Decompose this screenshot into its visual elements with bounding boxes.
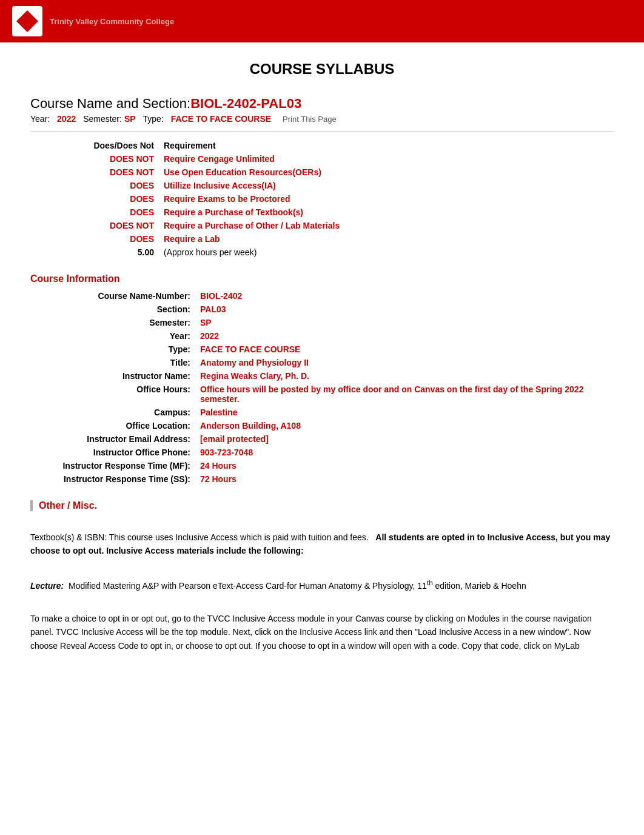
info-value-7: Office hours will be posted by my office… <box>200 384 614 404</box>
info-label-0: Course Name-Number: <box>30 291 200 301</box>
info-value-9: Anderson Building, A108 <box>200 421 614 431</box>
type-value: FACE TO FACE COURSE <box>171 114 271 124</box>
req-label-1: DOES NOT <box>30 167 164 177</box>
info-label-13: Instructor Response Time (SS): <box>30 474 200 484</box>
info-row-13: Instructor Response Time (SS): 72 Hours <box>30 472 614 486</box>
info-row-12: Instructor Response Time (MF): 24 Hours <box>30 459 614 472</box>
req-value-3: Require Exams to be Proctored <box>164 194 614 204</box>
req-row-1: DOES NOT Use Open Education Resources(OE… <box>30 166 614 179</box>
course-name-prefix: Course Name and Section: <box>30 96 190 111</box>
info-label-8: Campus: <box>30 407 200 417</box>
info-row-9: Office Location: Anderson Building, A108 <box>30 419 614 432</box>
req-label-5: DOES NOT <box>30 221 164 230</box>
info-value-2: SP <box>200 318 614 327</box>
print-link[interactable]: Print This Page <box>283 115 337 124</box>
info-label-11: Instructor Office Phone: <box>30 448 200 457</box>
info-label-2: Semester: <box>30 318 200 327</box>
type-label: Type: <box>143 114 164 124</box>
info-value-12: 24 Hours <box>200 461 614 471</box>
info-row-2: Semester: SP <box>30 316 614 329</box>
info-row-1: Section: PAL03 <box>30 303 614 316</box>
info-row-3: Year: 2022 <box>30 329 614 343</box>
info-label-1: Section: <box>30 304 200 314</box>
req-header-value: Requirement <box>164 141 614 150</box>
info-row-5: Title: Anatomy and Physiology II <box>30 356 614 369</box>
info-label-12: Instructor Response Time (MF): <box>30 461 200 471</box>
info-table: Course Name-Number: BIOL-2402 Section: P… <box>30 289 614 486</box>
course-header: Course Name and Section:BIOL-2402-PAL03 … <box>30 96 614 124</box>
info-row-7: Office Hours: Office hours will be poste… <box>30 383 614 406</box>
req-row-4: DOES Require a Purchase of Textbook(s) <box>30 206 614 219</box>
spacer-2 <box>30 568 614 577</box>
course-info-header: Course Information <box>30 273 614 284</box>
lecture-paragraph: Lecture: Modified Mastering A&P with Pea… <box>30 577 614 592</box>
info-value-13: 72 Hours <box>200 474 614 484</box>
info-row-4: Type: FACE TO FACE COURSE <box>30 343 614 356</box>
spacer-3 <box>30 602 614 612</box>
header-bar: Trinity Valley Community College <box>0 0 644 42</box>
req-row-6: DOES Require a Lab <box>30 232 614 246</box>
college-name: Trinity Valley Community College <box>50 17 174 26</box>
req-label-4: DOES <box>30 207 164 217</box>
course-code: BIOL-2402-PAL03 <box>190 96 301 111</box>
info-value-4: FACE TO FACE COURSE <box>200 344 614 354</box>
other-misc-header: Other / Misc. <box>39 500 614 511</box>
req-value-6: Require a Lab <box>164 234 614 244</box>
req-value-0: Require Cengage Unlimited <box>164 154 614 164</box>
info-label-10: Instructor Email Address: <box>30 434 200 444</box>
req-value-4: Require a Purchase of Textbook(s) <box>164 207 614 217</box>
course-name-line: Course Name and Section:BIOL-2402-PAL03 <box>30 96 614 112</box>
info-label-4: Type: <box>30 344 200 354</box>
info-value-5: Anatomy and Physiology II <box>200 358 614 367</box>
req-value-7: (Approx hours per week) <box>164 247 614 257</box>
main-content: COURSE SYLLABUS Course Name and Section:… <box>0 42 644 680</box>
req-row-7: 5.00 (Approx hours per week) <box>30 246 614 259</box>
college-logo <box>12 6 42 36</box>
info-value-6: Regina Weaks Clary, Ph. D. <box>200 371 614 381</box>
semester-value: SP <box>124 114 136 124</box>
year-value: 2022 <box>57 114 76 124</box>
info-label-3: Year: <box>30 331 200 341</box>
instructions-paragraph: To make a choice to opt in or opt out, g… <box>30 612 614 652</box>
info-label-5: Title: <box>30 358 200 367</box>
logo-diamond <box>16 10 38 32</box>
info-value-1: PAL03 <box>200 304 614 314</box>
req-row-5: DOES NOT Require a Purchase of Other / L… <box>30 219 614 232</box>
requirements-table: Does/Does Not Requirement DOES NOT Requi… <box>30 139 614 259</box>
info-label-9: Office Location: <box>30 421 200 431</box>
req-value-2: Utillize Inclusive Access(IA) <box>164 181 614 190</box>
req-label-0: DOES NOT <box>30 154 164 164</box>
info-label-6: Instructor Name: <box>30 371 200 381</box>
req-row-3: DOES Require Exams to be Proctored <box>30 192 614 206</box>
info-value-11: 903-723-7048 <box>200 448 614 457</box>
info-value-8: Palestine <box>200 407 614 417</box>
req-label-6: DOES <box>30 234 164 244</box>
req-header-row: Does/Does Not Requirement <box>30 139 614 152</box>
req-value-5: Require a Purchase of Other / Lab Materi… <box>164 221 614 230</box>
textbook-paragraph: Textbook(s) & ISBN: This course uses Inc… <box>30 531 614 558</box>
req-header-label: Does/Does Not <box>30 141 164 150</box>
req-row-0: DOES NOT Require Cengage Unlimited <box>30 152 614 166</box>
info-value-10: [email protected] <box>200 434 614 444</box>
req-value-1: Use Open Education Resources(OERs) <box>164 167 614 177</box>
divider-1 <box>30 131 614 132</box>
req-row-2: DOES Utillize Inclusive Access(IA) <box>30 179 614 192</box>
course-meta-line: Year: 2022 Semester:SP Type: FACE TO FAC… <box>30 114 614 124</box>
info-value-3: 2022 <box>200 331 614 341</box>
other-misc-box: Other / Misc. <box>30 500 614 511</box>
info-row-8: Campus: Palestine <box>30 406 614 419</box>
semester-label: Semester: <box>83 114 122 124</box>
info-row-0: Course Name-Number: BIOL-2402 <box>30 289 614 303</box>
info-row-11: Instructor Office Phone: 903-723-7048 <box>30 446 614 459</box>
info-row-6: Instructor Name: Regina Weaks Clary, Ph.… <box>30 369 614 383</box>
req-label-3: DOES <box>30 194 164 204</box>
year-label: Year: <box>30 114 50 124</box>
page-title: COURSE SYLLABUS <box>30 61 614 78</box>
req-label-7: 5.00 <box>30 247 164 257</box>
info-value-0: BIOL-2402 <box>200 291 614 301</box>
req-label-2: DOES <box>30 181 164 190</box>
info-row-10: Instructor Email Address: [email protect… <box>30 432 614 446</box>
info-label-7: Office Hours: <box>30 384 200 404</box>
spacer-1 <box>30 521 614 531</box>
